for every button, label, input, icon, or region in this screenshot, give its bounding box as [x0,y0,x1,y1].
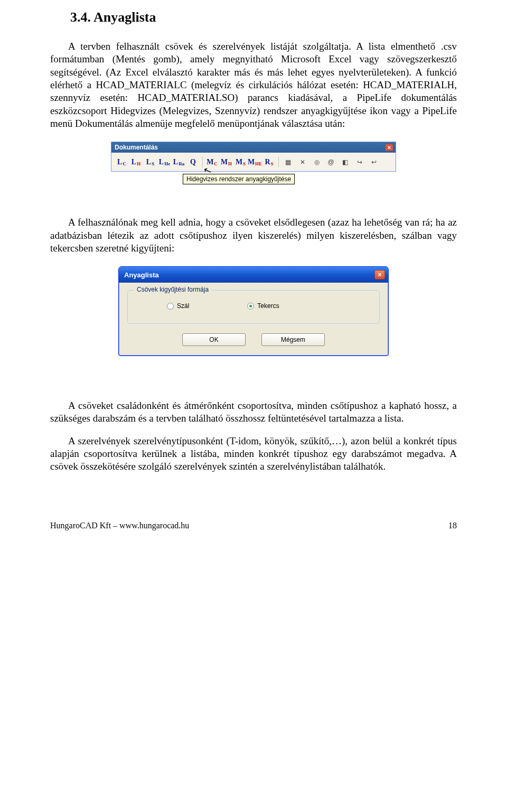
toolbar-title: Dokumentálás [115,144,158,151]
toolbar-btn-ls[interactable]: LS [144,156,156,168]
radio-icon [247,303,254,310]
toolbar-btn-ms[interactable]: MS [234,156,247,168]
separator [202,157,203,167]
page-number: 18 [448,521,457,530]
radio-tekercs[interactable]: Tekercs [247,302,279,310]
radio-szal[interactable]: Szál [167,302,189,310]
radio-icon [167,303,174,310]
toolbar-btn-mc[interactable]: MC [206,156,218,168]
toolbar-btn-q[interactable]: Q [187,156,199,168]
toolbar-btn-lra[interactable]: LRa [173,156,185,168]
arrow-icon-1[interactable]: ↪ [353,156,365,168]
ok-button[interactable]: OK [182,333,246,346]
toolbar-tooltip: Hidegvizes rendszer anyagkigyűjtése [183,174,295,184]
corner-icon[interactable]: ◧ [339,156,351,168]
toolbar-close-icon[interactable]: × [385,144,393,151]
grid-icon[interactable]: ▦ [282,156,294,168]
cancel-button[interactable]: Mégsem [261,333,325,346]
paragraph-4: A szerelvények szerelvénytípusonként (T-… [50,435,457,473]
dialog-close-icon[interactable]: × [374,270,385,279]
separator [278,157,279,167]
toolbar-btn-lc[interactable]: LC [116,156,128,168]
paragraph-3: A csöveket családonként és átmérőnként c… [50,399,457,425]
dialog-title: Anyaglista [124,271,159,279]
arrow-icon-2[interactable]: ↩ [368,156,380,168]
groupbox-title: Csövek kigyűjtési formája [134,286,211,293]
toolbar-btn-rs[interactable]: RS [263,156,275,168]
toolbar-btn-lh[interactable]: LH [130,156,142,168]
toolbar-screenshot: Dokumentálás × LCLHLSLHeLRaQMCMHMSMHERS▦… [111,142,396,184]
circle-icon[interactable]: ◎ [311,156,323,168]
section-heading: 3.4. Anyaglista [70,10,457,25]
footer-left: HungaroCAD Kft – www.hungarocad.hu [50,521,189,530]
paragraph-2: A felhasználónak meg kell adnia, hogy a … [50,216,457,255]
paragraph-1: A tervben felhasznált csövek és szerelvé… [50,40,457,130]
at-icon[interactable]: @ [325,156,337,168]
toolbar-btn-lhe[interactable]: LHe [158,156,171,168]
groupbox-pipes-format: Csövek kigyűjtési formája Szál Tekercs [127,290,380,324]
toolbar-btn-mhe[interactable]: MHE [249,156,261,168]
dialog-screenshot: Anyaglista × Csövek kigyűjtési formája S… [118,266,389,356]
toolbar-btn-mh[interactable]: MH [220,156,232,168]
cross-icon[interactable]: ✕ [296,156,308,168]
